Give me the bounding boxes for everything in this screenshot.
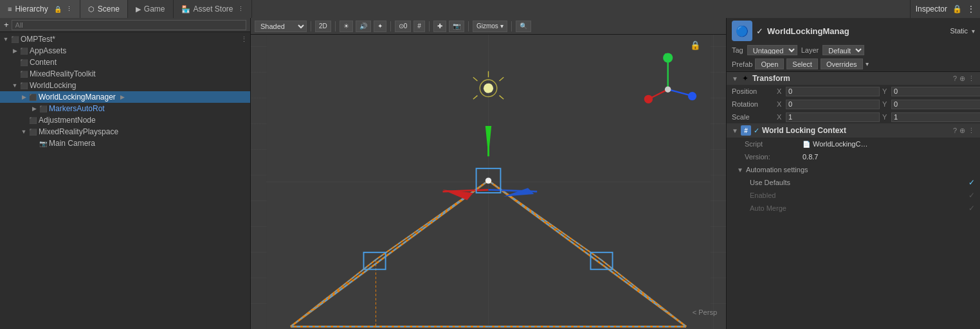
- layers-0-button[interactable]: ⊙0: [395, 21, 412, 32]
- object-name: WorldLockingManag: [767, 26, 946, 36]
- label-content: Content: [30, 58, 57, 67]
- overrides-arrow[interactable]: ▾: [866, 60, 869, 67]
- script-value: 📄 WorldLockingC…: [803, 140, 975, 148]
- search-scene-button[interactable]: 🔍: [516, 21, 531, 32]
- tree-item-mrt[interactable]: ⬛ MixedRealityToolkit: [0, 68, 250, 80]
- label-mplayspace: MixedRealityPlayspace: [39, 127, 118, 136]
- arrow-omptest: [1, 36, 10, 42]
- rot-y-input[interactable]: [891, 100, 980, 109]
- scale-y-axis: Y: [882, 113, 891, 121]
- wlc-header[interactable]: ▼ # ✓ World Locking Context ? ⊕ ⋮: [727, 123, 980, 138]
- tree-item-omptest[interactable]: ⬛ OMPTest* ⋮: [0, 33, 250, 45]
- automation-arrow: ▼: [737, 166, 743, 173]
- shading-dropdown[interactable]: Shaded Wireframe: [255, 21, 307, 32]
- use-defaults-row: Use Defaults ✓: [727, 176, 980, 189]
- tree-item-content[interactable]: ⬛ Content: [0, 57, 250, 68]
- object-icon-glyph: 🔵: [736, 25, 749, 37]
- select-button[interactable]: Select: [786, 58, 818, 69]
- camera-button[interactable]: 📷: [449, 21, 464, 32]
- use-defaults-check[interactable]: ✓: [968, 178, 975, 187]
- version-label: Version:: [745, 153, 803, 161]
- script-filename[interactable]: WorldLockingC…: [813, 140, 867, 148]
- tree-item-mplayspace[interactable]: ⬛ MixedRealityPlayspace: [0, 126, 250, 138]
- auto-merge-check[interactable]: ✓: [968, 204, 975, 213]
- hierarchy-menu-icon[interactable]: ⋮: [66, 6, 72, 12]
- enabled-check[interactable]: ✓: [968, 191, 975, 200]
- tree-item-maincamera[interactable]: 📷 Main Camera: [0, 138, 250, 149]
- asset-store-menu-icon[interactable]: ⋮: [238, 6, 244, 12]
- icon-omptest: ⬛: [10, 35, 19, 44]
- object-enabled-check[interactable]: ✓: [756, 26, 763, 36]
- open-button[interactable]: Open: [755, 58, 784, 69]
- scale-x-input[interactable]: [786, 112, 880, 122]
- hierarchy-search-bar: +: [0, 18, 250, 32]
- position-row: Position X Y Z: [727, 85, 980, 98]
- scene-view[interactable]: y x z 🔒 < Persp: [251, 35, 726, 329]
- lighting-button[interactable]: ☀: [340, 21, 353, 32]
- asset-store-icon: 🏪: [181, 5, 190, 13]
- center-panel: Shaded Wireframe 2D ☀ 🔊 ✦ ⊙0 # ✚ 📷 Gizmo…: [251, 18, 726, 329]
- toolbar-sep-2: [335, 21, 336, 31]
- transform-help-icon[interactable]: ?: [953, 75, 957, 82]
- inspector-lock-icon[interactable]: 🔒: [952, 4, 962, 13]
- pos-x-axis: X: [777, 87, 786, 95]
- transform-header[interactable]: ▼ ✦ Transform ? ⊕ ⋮: [727, 72, 980, 85]
- pos-x-input[interactable]: [786, 87, 880, 96]
- tree-item-worldlocking[interactable]: ⬛ WorldLocking: [0, 80, 250, 91]
- hierarchy-lock-icon[interactable]: 🔒: [54, 6, 62, 13]
- svg-point-43: [665, 86, 671, 92]
- tag-select[interactable]: Untagged: [747, 45, 797, 55]
- tab-game[interactable]: ▶ Game: [128, 0, 174, 18]
- transform-button[interactable]: ✚: [433, 21, 446, 32]
- script-label: Script: [745, 140, 803, 148]
- icon-wlmanager: ⬛: [28, 93, 37, 102]
- scale-row: Scale X Y Z: [727, 111, 980, 123]
- overrides-button[interactable]: Overrides: [821, 58, 863, 69]
- hierarchy-add-button[interactable]: +: [4, 20, 9, 30]
- transform-pin-icon[interactable]: ⊕: [959, 75, 965, 83]
- inspector-menu-icon[interactable]: ⋮: [967, 4, 975, 13]
- audio-button[interactable]: 🔊: [356, 21, 371, 32]
- fx-button[interactable]: ✦: [374, 21, 386, 32]
- hierarchy-tree: ⬛ OMPTest* ⋮ ⬛ AppAssets ⬛ Content ⬛ Mix…: [0, 32, 250, 329]
- label-appassets: AppAssets: [30, 46, 66, 55]
- label-omptest: OMPTest*: [21, 35, 55, 44]
- tree-item-appassets[interactable]: ⬛ AppAssets: [0, 45, 250, 57]
- 2d-button[interactable]: 2D: [315, 21, 331, 32]
- pos-y-input[interactable]: [891, 87, 980, 96]
- layer-select[interactable]: Default: [822, 45, 864, 55]
- grid-button[interactable]: #: [413, 21, 425, 32]
- scale-label: Scale: [732, 113, 777, 121]
- toolbar-sep-1: [311, 21, 311, 31]
- game-icon: ▶: [136, 5, 141, 13]
- wlc-pin-icon[interactable]: ⊕: [959, 127, 965, 135]
- search-input[interactable]: [12, 20, 246, 30]
- enabled-row: Enabled ✓: [727, 189, 980, 202]
- static-dropdown-arrow[interactable]: ▾: [972, 28, 975, 35]
- icon-worldlocking: ⬛: [19, 81, 28, 90]
- toolbar-sep-6: [511, 21, 512, 31]
- enabled-label: Enabled: [750, 191, 968, 199]
- tree-item-markersautorot[interactable]: ⬛ MarkersAutoRot: [0, 103, 250, 114]
- tab-hierarchy[interactable]: ≡ Hierarchy 🔒 ⋮: [0, 0, 80, 18]
- position-label: Position: [732, 87, 777, 95]
- arrow-wlmanager: [19, 94, 28, 100]
- use-defaults-label: Use Defaults: [750, 179, 968, 186]
- rot-x-input[interactable]: [786, 100, 880, 109]
- transform-collapse-arrow: ▼: [732, 75, 738, 82]
- transform-menu-icon[interactable]: ⋮: [968, 75, 975, 83]
- wlc-enabled-check[interactable]: ✓: [754, 127, 759, 135]
- automation-header[interactable]: ▼ Automation settings: [727, 163, 980, 176]
- transform-icon: ✦: [741, 74, 750, 83]
- tab-asset-store[interactable]: 🏪 Asset Store ⋮: [174, 0, 252, 18]
- wlc-menu-icon[interactable]: ⋮: [968, 127, 975, 135]
- tree-item-adjustmentnode[interactable]: ⬛ AdjustmentNode: [0, 114, 250, 126]
- menu-omptest[interactable]: ⋮: [240, 35, 248, 44]
- scale-y-input[interactable]: [891, 112, 980, 122]
- prefab-row: Prefab Open Select Overrides ▾: [727, 57, 980, 72]
- gizmos-button[interactable]: Gizmos ▾: [473, 21, 507, 32]
- tree-item-wlmanager[interactable]: ⬛ WorldLockingManager: [0, 91, 250, 103]
- svg-text:x: x: [646, 96, 649, 102]
- wlc-help-icon[interactable]: ?: [953, 127, 957, 134]
- tab-scene[interactable]: ⬡ Scene: [80, 0, 128, 18]
